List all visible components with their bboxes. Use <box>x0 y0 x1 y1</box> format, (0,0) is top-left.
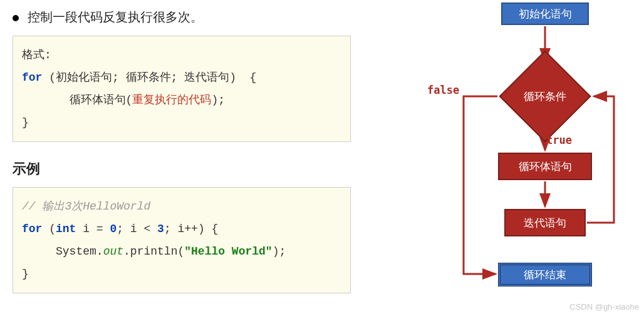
flow-start: 初始化语句 <box>501 3 589 25</box>
flow-arrows <box>401 3 639 290</box>
ex-for: for <box>22 223 42 235</box>
flow-iter-label: 迭代语句 <box>524 216 566 230</box>
flowchart: 初始化语句 循环条件 循环体语句 迭代语句 循环结束 true false <box>401 3 639 290</box>
flow-cond-label: 循环条件 <box>524 89 566 104</box>
flow-body: 循环体语句 <box>498 153 592 180</box>
example-heading: 示例 <box>13 160 351 178</box>
body-red: 重复执行的代码 <box>132 94 211 106</box>
true-label: true <box>546 134 572 146</box>
for-keyword: for <box>22 71 42 84</box>
ex-var: i = <box>76 223 110 235</box>
body-prefix: 循环体语句( <box>22 94 132 106</box>
flow-iter: 迭代语句 <box>504 209 586 236</box>
ex-cond-prefix: ; i < <box>117 223 157 235</box>
bullet-text: 控制一段代码反复执行很多次。 <box>28 10 203 24</box>
false-label: false <box>427 84 459 96</box>
ex-int: int <box>56 223 76 235</box>
ex-three: 3 <box>157 223 164 235</box>
ex-print-suffix: ); <box>273 245 286 258</box>
ex-out: out <box>103 245 123 258</box>
ex-close: } <box>22 268 29 280</box>
ex-str: "Hello World" <box>184 245 272 258</box>
flow-end-label: 循环结束 <box>524 268 566 282</box>
watermark: CSDN @gh-xiaohe <box>569 302 639 311</box>
flow-body-label: 循环体语句 <box>519 160 572 174</box>
ex-iter: ; i++) { <box>164 223 218 235</box>
body-suffix: ); <box>211 94 225 106</box>
for-args: (初始化语句; 循环条件; 迭代语句) { <box>42 71 256 84</box>
bullet-line: 控制一段代码反复执行很多次。 <box>13 9 351 26</box>
format-label: 格式: <box>22 49 51 61</box>
flow-cond: 循环条件 <box>499 50 591 142</box>
comment: // 输出3次HelloWorld <box>22 200 150 213</box>
example-code-box: // 输出3次HelloWorld for (int i = 0; i < 3;… <box>13 187 351 293</box>
close-brace: } <box>22 116 29 129</box>
flow-start-label: 初始化语句 <box>519 7 572 21</box>
bullet-icon <box>13 15 19 21</box>
ex-zero: 0 <box>110 223 117 235</box>
format-code-box: 格式: for (初始化语句; 循环条件; 迭代语句) { 循环体语句(重复执行… <box>13 36 351 142</box>
ex-print-mid: .println( <box>123 245 184 258</box>
ex-print-prefix: System. <box>22 245 103 258</box>
flow-end: 循环结束 <box>498 263 592 286</box>
